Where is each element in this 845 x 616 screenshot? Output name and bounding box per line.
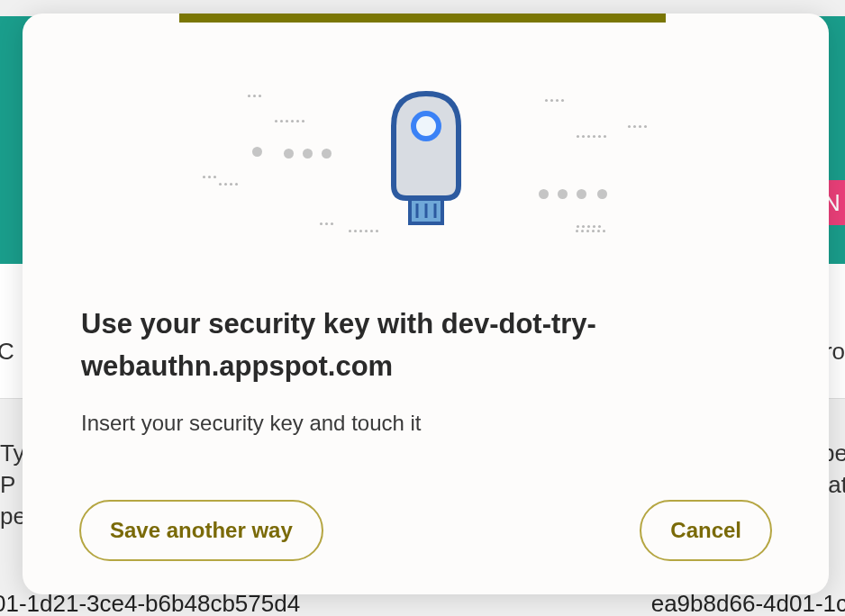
save-another-way-button[interactable]: Save another way (79, 500, 323, 561)
dialog-title: Use your security key with dev-dot-try-w… (81, 303, 770, 387)
dialog-subtitle: Insert your security key and touch it (81, 408, 770, 439)
security-key-illustration (23, 68, 829, 257)
sparkle-icon (539, 189, 589, 199)
cancel-button[interactable]: Cancel (640, 500, 772, 561)
dialog-accent-bar (179, 14, 666, 23)
sparkle-icon (284, 149, 334, 159)
sparkle-icon (275, 120, 304, 122)
sparkle-icon (545, 99, 564, 102)
svg-point-4 (413, 113, 439, 139)
sparkle-icon (576, 230, 605, 232)
sparkle-icon (248, 95, 261, 97)
sparkle-icon (252, 147, 265, 157)
sparkle-icon (577, 135, 606, 138)
usb-security-key-icon (381, 90, 471, 234)
sparkle-icon (320, 222, 333, 225)
sparkle-icon (349, 230, 378, 232)
sparkle-icon (577, 225, 601, 228)
sparkle-icon (203, 176, 216, 178)
sparkle-icon (219, 183, 238, 186)
sparkle-icon (628, 125, 647, 128)
sparkle-icon (597, 189, 610, 199)
background-left-partial-1: C (0, 338, 14, 366)
security-key-dialog: Use your security key with dev-dot-try-w… (23, 14, 829, 594)
dialog-button-row: Save another way Cancel (79, 500, 772, 561)
